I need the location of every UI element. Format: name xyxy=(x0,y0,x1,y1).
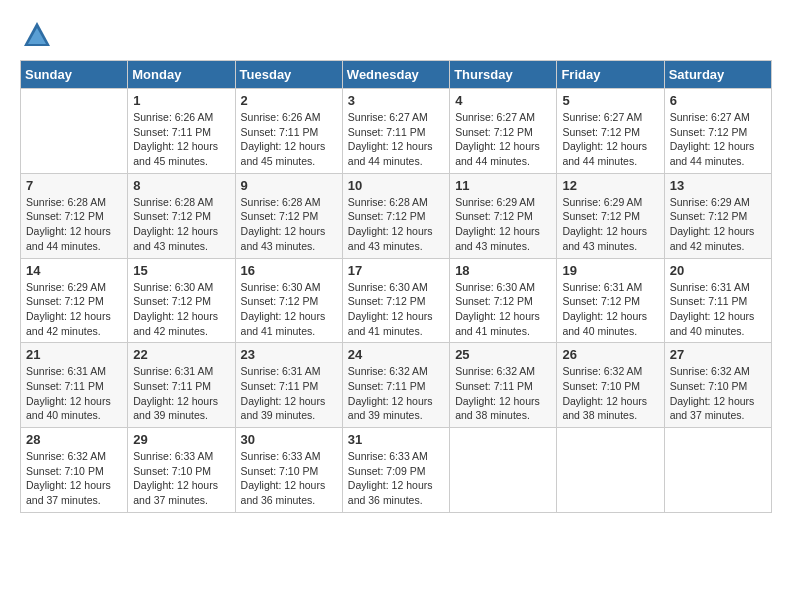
calendar-cell: 12 Sunrise: 6:29 AM Sunset: 7:12 PM Dayl… xyxy=(557,173,664,258)
cell-info: Sunrise: 6:32 AM Sunset: 7:10 PM Dayligh… xyxy=(562,364,658,423)
daylight-text: Daylight: 12 hours and 40 minutes. xyxy=(670,310,755,337)
calendar-cell: 1 Sunrise: 6:26 AM Sunset: 7:11 PM Dayli… xyxy=(128,89,235,174)
daylight-text: Daylight: 12 hours and 44 minutes. xyxy=(562,140,647,167)
sunrise-text: Sunrise: 6:26 AM xyxy=(133,111,213,123)
cell-info: Sunrise: 6:28 AM Sunset: 7:12 PM Dayligh… xyxy=(26,195,122,254)
day-number: 23 xyxy=(241,347,337,362)
cell-info: Sunrise: 6:31 AM Sunset: 7:11 PM Dayligh… xyxy=(241,364,337,423)
day-number: 21 xyxy=(26,347,122,362)
calendar-cell: 30 Sunrise: 6:33 AM Sunset: 7:10 PM Dayl… xyxy=(235,428,342,513)
day-number: 7 xyxy=(26,178,122,193)
sunrise-text: Sunrise: 6:31 AM xyxy=(670,281,750,293)
cell-info: Sunrise: 6:33 AM Sunset: 7:09 PM Dayligh… xyxy=(348,449,444,508)
sunset-text: Sunset: 7:10 PM xyxy=(670,380,748,392)
daylight-text: Daylight: 12 hours and 41 minutes. xyxy=(348,310,433,337)
cell-info: Sunrise: 6:31 AM Sunset: 7:11 PM Dayligh… xyxy=(26,364,122,423)
daylight-text: Daylight: 12 hours and 44 minutes. xyxy=(26,225,111,252)
day-number: 14 xyxy=(26,263,122,278)
calendar-cell: 27 Sunrise: 6:32 AM Sunset: 7:10 PM Dayl… xyxy=(664,343,771,428)
cell-info: Sunrise: 6:31 AM Sunset: 7:11 PM Dayligh… xyxy=(133,364,229,423)
calendar-cell: 15 Sunrise: 6:30 AM Sunset: 7:12 PM Dayl… xyxy=(128,258,235,343)
calendar-cell: 26 Sunrise: 6:32 AM Sunset: 7:10 PM Dayl… xyxy=(557,343,664,428)
calendar-cell: 23 Sunrise: 6:31 AM Sunset: 7:11 PM Dayl… xyxy=(235,343,342,428)
cell-info: Sunrise: 6:28 AM Sunset: 7:12 PM Dayligh… xyxy=(348,195,444,254)
header-day: Monday xyxy=(128,61,235,89)
daylight-text: Daylight: 12 hours and 37 minutes. xyxy=(26,479,111,506)
sunset-text: Sunset: 7:10 PM xyxy=(241,465,319,477)
day-number: 31 xyxy=(348,432,444,447)
calendar-cell xyxy=(450,428,557,513)
sunset-text: Sunset: 7:12 PM xyxy=(670,126,748,138)
sunset-text: Sunset: 7:09 PM xyxy=(348,465,426,477)
cell-info: Sunrise: 6:32 AM Sunset: 7:10 PM Dayligh… xyxy=(670,364,766,423)
header-day: Thursday xyxy=(450,61,557,89)
day-number: 24 xyxy=(348,347,444,362)
logo xyxy=(20,20,52,50)
daylight-text: Daylight: 12 hours and 36 minutes. xyxy=(241,479,326,506)
sunset-text: Sunset: 7:11 PM xyxy=(26,380,104,392)
day-number: 27 xyxy=(670,347,766,362)
calendar-cell: 8 Sunrise: 6:28 AM Sunset: 7:12 PM Dayli… xyxy=(128,173,235,258)
cell-info: Sunrise: 6:30 AM Sunset: 7:12 PM Dayligh… xyxy=(455,280,551,339)
cell-info: Sunrise: 6:28 AM Sunset: 7:12 PM Dayligh… xyxy=(241,195,337,254)
cell-info: Sunrise: 6:27 AM Sunset: 7:11 PM Dayligh… xyxy=(348,110,444,169)
sunset-text: Sunset: 7:11 PM xyxy=(241,380,319,392)
daylight-text: Daylight: 12 hours and 41 minutes. xyxy=(241,310,326,337)
daylight-text: Daylight: 12 hours and 44 minutes. xyxy=(455,140,540,167)
sunset-text: Sunset: 7:12 PM xyxy=(670,210,748,222)
day-number: 17 xyxy=(348,263,444,278)
cell-info: Sunrise: 6:26 AM Sunset: 7:11 PM Dayligh… xyxy=(241,110,337,169)
day-number: 15 xyxy=(133,263,229,278)
header-day: Wednesday xyxy=(342,61,449,89)
daylight-text: Daylight: 12 hours and 45 minutes. xyxy=(133,140,218,167)
daylight-text: Daylight: 12 hours and 43 minutes. xyxy=(455,225,540,252)
sunrise-text: Sunrise: 6:31 AM xyxy=(26,365,106,377)
daylight-text: Daylight: 12 hours and 45 minutes. xyxy=(241,140,326,167)
sunrise-text: Sunrise: 6:32 AM xyxy=(455,365,535,377)
day-number: 13 xyxy=(670,178,766,193)
calendar-cell: 6 Sunrise: 6:27 AM Sunset: 7:12 PM Dayli… xyxy=(664,89,771,174)
cell-info: Sunrise: 6:26 AM Sunset: 7:11 PM Dayligh… xyxy=(133,110,229,169)
cell-info: Sunrise: 6:29 AM Sunset: 7:12 PM Dayligh… xyxy=(670,195,766,254)
daylight-text: Daylight: 12 hours and 42 minutes. xyxy=(133,310,218,337)
cell-info: Sunrise: 6:27 AM Sunset: 7:12 PM Dayligh… xyxy=(455,110,551,169)
sunrise-text: Sunrise: 6:28 AM xyxy=(26,196,106,208)
cell-info: Sunrise: 6:32 AM Sunset: 7:10 PM Dayligh… xyxy=(26,449,122,508)
cell-info: Sunrise: 6:31 AM Sunset: 7:12 PM Dayligh… xyxy=(562,280,658,339)
sunrise-text: Sunrise: 6:29 AM xyxy=(26,281,106,293)
daylight-text: Daylight: 12 hours and 42 minutes. xyxy=(26,310,111,337)
day-number: 29 xyxy=(133,432,229,447)
daylight-text: Daylight: 12 hours and 43 minutes. xyxy=(133,225,218,252)
calendar-cell: 9 Sunrise: 6:28 AM Sunset: 7:12 PM Dayli… xyxy=(235,173,342,258)
calendar-cell: 13 Sunrise: 6:29 AM Sunset: 7:12 PM Dayl… xyxy=(664,173,771,258)
sunrise-text: Sunrise: 6:27 AM xyxy=(562,111,642,123)
sunrise-text: Sunrise: 6:31 AM xyxy=(562,281,642,293)
calendar-cell: 29 Sunrise: 6:33 AM Sunset: 7:10 PM Dayl… xyxy=(128,428,235,513)
calendar-cell: 5 Sunrise: 6:27 AM Sunset: 7:12 PM Dayli… xyxy=(557,89,664,174)
calendar-cell: 11 Sunrise: 6:29 AM Sunset: 7:12 PM Dayl… xyxy=(450,173,557,258)
calendar-week-row: 1 Sunrise: 6:26 AM Sunset: 7:11 PM Dayli… xyxy=(21,89,772,174)
day-number: 19 xyxy=(562,263,658,278)
cell-info: Sunrise: 6:32 AM Sunset: 7:11 PM Dayligh… xyxy=(348,364,444,423)
cell-info: Sunrise: 6:32 AM Sunset: 7:11 PM Dayligh… xyxy=(455,364,551,423)
calendar-cell: 20 Sunrise: 6:31 AM Sunset: 7:11 PM Dayl… xyxy=(664,258,771,343)
calendar-table: SundayMondayTuesdayWednesdayThursdayFrid… xyxy=(20,60,772,513)
sunset-text: Sunset: 7:12 PM xyxy=(455,295,533,307)
calendar-cell: 24 Sunrise: 6:32 AM Sunset: 7:11 PM Dayl… xyxy=(342,343,449,428)
cell-info: Sunrise: 6:27 AM Sunset: 7:12 PM Dayligh… xyxy=(562,110,658,169)
daylight-text: Daylight: 12 hours and 38 minutes. xyxy=(562,395,647,422)
day-number: 30 xyxy=(241,432,337,447)
calendar-cell: 28 Sunrise: 6:32 AM Sunset: 7:10 PM Dayl… xyxy=(21,428,128,513)
daylight-text: Daylight: 12 hours and 44 minutes. xyxy=(670,140,755,167)
calendar-week-row: 14 Sunrise: 6:29 AM Sunset: 7:12 PM Dayl… xyxy=(21,258,772,343)
sunset-text: Sunset: 7:11 PM xyxy=(348,126,426,138)
cell-info: Sunrise: 6:30 AM Sunset: 7:12 PM Dayligh… xyxy=(133,280,229,339)
day-number: 2 xyxy=(241,93,337,108)
daylight-text: Daylight: 12 hours and 40 minutes. xyxy=(562,310,647,337)
cell-info: Sunrise: 6:33 AM Sunset: 7:10 PM Dayligh… xyxy=(133,449,229,508)
sunset-text: Sunset: 7:11 PM xyxy=(133,380,211,392)
sunrise-text: Sunrise: 6:28 AM xyxy=(241,196,321,208)
daylight-text: Daylight: 12 hours and 43 minutes. xyxy=(348,225,433,252)
sunset-text: Sunset: 7:10 PM xyxy=(26,465,104,477)
day-number: 3 xyxy=(348,93,444,108)
